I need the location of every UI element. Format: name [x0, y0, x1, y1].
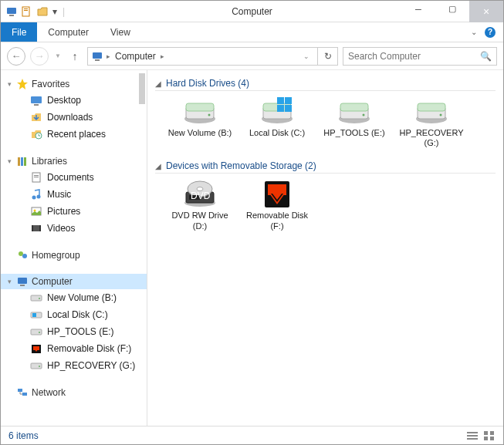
search-box[interactable]: 🔍: [343, 47, 497, 66]
drive-icon: [30, 292, 42, 304]
recent-icon: [30, 128, 42, 140]
breadcrumb-item[interactable]: Computer: [113, 51, 157, 62]
section-header-hdd[interactable]: ◢ Hard Disk Drives (4): [155, 78, 496, 91]
svg-rect-28: [31, 295, 42, 301]
tree-item-label: New Volume (B:): [47, 292, 117, 303]
tree-header-network[interactable]: Network: [1, 385, 147, 400]
svg-point-55: [363, 114, 365, 116]
collapse-icon[interactable]: ◢: [155, 79, 161, 88]
refresh-button[interactable]: ↻: [318, 47, 338, 66]
svg-rect-54: [340, 103, 368, 111]
tree-item-label: Videos: [47, 223, 75, 234]
tree-header-libraries[interactable]: ▾ Libraries: [1, 153, 147, 169]
tree-item-music[interactable]: Music: [1, 186, 147, 203]
tree-item-downloads[interactable]: Downloads: [1, 109, 147, 126]
svg-rect-50: [277, 105, 284, 112]
svg-rect-39: [18, 389, 22, 392]
icons-view-icon[interactable]: [483, 430, 496, 441]
tree-item-pictures[interactable]: Pictures: [1, 203, 147, 220]
svg-rect-4: [24, 10, 28, 11]
tab-file[interactable]: File: [1, 22, 37, 42]
section-header-removable[interactable]: ◢ Devices with Removable Storage (2): [155, 160, 496, 174]
help-icon[interactable]: ?: [485, 27, 496, 38]
address-dropdown-icon[interactable]: ⌄: [299, 52, 314, 60]
tree-group-network: Network: [1, 385, 147, 400]
tree-group-computer: ▾ Computer New Volume (B:) Local Disk (C…: [1, 274, 147, 374]
back-button[interactable]: ←: [7, 47, 25, 66]
hard-drive-icon: [413, 96, 450, 126]
drive-item-b[interactable]: New Volume (B:): [167, 96, 232, 148]
drive-item-c[interactable]: Local Disk (C:): [245, 96, 310, 148]
tree-item-drive-c[interactable]: Local Disk (C:): [1, 306, 147, 323]
computer-icon[interactable]: [5, 5, 18, 18]
svg-rect-73: [467, 438, 478, 440]
navigation-pane: ▾ Favorites Desktop Downloads Recent pla…: [1, 70, 147, 426]
details-view-icon[interactable]: [466, 430, 479, 441]
downloads-icon: [30, 111, 42, 123]
window-controls: ─ ▢ ×: [401, 1, 503, 22]
svg-rect-67: [268, 184, 286, 195]
svg-point-24: [19, 251, 23, 256]
ribbon-tabs: File Computer View ⌄ ?: [1, 22, 503, 42]
tree-item-desktop[interactable]: Desktop: [1, 92, 147, 109]
drive-item-e[interactable]: HP_TOOLS (E:): [322, 96, 387, 148]
tree-item-drive-b[interactable]: New Volume (B:): [1, 289, 147, 306]
removable-grid: DVD DVD RW Drive (D:) Removable Disk (F:…: [155, 178, 496, 231]
drive-item-d[interactable]: DVD DVD RW Drive (D:): [167, 178, 232, 231]
minimize-button[interactable]: ─: [401, 1, 435, 18]
svg-point-59: [440, 114, 442, 116]
drive-item-g[interactable]: HP_RECOVERY (G:): [399, 96, 464, 148]
properties-icon[interactable]: [21, 5, 33, 18]
breadcrumb-separator-icon[interactable]: ▸: [107, 52, 110, 60]
tree-item-videos[interactable]: Videos: [1, 220, 147, 237]
tree-item-label: HP_RECOVERY (G:): [47, 360, 135, 371]
drive-icon: [30, 325, 42, 338]
navigation-bar: ← → ▼ ↑ ▸ Computer ▸ ⌄ ↻ 🔍: [1, 42, 503, 70]
svg-rect-43: [186, 103, 214, 111]
drive-label: DVD RW Drive (D:): [167, 211, 232, 231]
tree-header-computer[interactable]: ▾ Computer: [1, 274, 147, 289]
tree-item-drive-e[interactable]: HP_TOOLS (E:): [1, 323, 147, 340]
qat-dropdown-icon[interactable]: ▾: [52, 5, 58, 18]
maximize-button[interactable]: ▢: [435, 1, 469, 18]
svg-point-33: [39, 332, 40, 333]
music-icon: [30, 188, 42, 201]
removable-drive-icon: [259, 178, 296, 209]
drive-label: Removable Disk (F:): [245, 211, 310, 231]
tree-header-homegroup[interactable]: Homegroup: [1, 248, 147, 263]
tree-item-drive-f[interactable]: Removable Disk (F:): [1, 340, 147, 357]
tree-label: Computer: [32, 276, 73, 287]
tree-label: Libraries: [32, 156, 67, 167]
tree-label: Homegroup: [32, 250, 80, 261]
qat-separator: |: [63, 6, 65, 17]
drive-windows-icon: [30, 308, 42, 321]
svg-text:DVD: DVD: [191, 190, 211, 201]
breadcrumb-separator-icon[interactable]: ▸: [161, 52, 164, 60]
tree-item-recent[interactable]: Recent places: [1, 126, 147, 143]
new-folder-icon[interactable]: [36, 5, 49, 18]
homegroup-icon: [16, 249, 29, 261]
svg-rect-75: [490, 431, 494, 435]
svg-point-17: [32, 196, 36, 200]
address-bar[interactable]: ▸ Computer ▸ ⌄: [87, 47, 318, 66]
collapse-icon[interactable]: ◢: [155, 162, 161, 170]
search-input[interactable]: [348, 51, 492, 62]
drive-item-f[interactable]: Removable Disk (F:): [245, 178, 310, 231]
collapse-icon[interactable]: ▾: [5, 157, 13, 165]
svg-rect-13: [24, 157, 26, 166]
collapse-icon[interactable]: ▾: [5, 80, 13, 88]
tree-item-label: Documents: [47, 172, 94, 183]
tree-header-favorites[interactable]: ▾ Favorites: [1, 76, 147, 92]
collapse-icon[interactable]: ▾: [5, 278, 13, 285]
tree-item-drive-g[interactable]: HP_RECOVERY (G:): [1, 357, 147, 374]
history-dropdown-icon[interactable]: ▼: [53, 52, 63, 59]
close-button[interactable]: ×: [469, 1, 503, 22]
tree-item-label: Desktop: [47, 95, 81, 106]
up-button[interactable]: ↑: [67, 49, 83, 64]
svg-rect-51: [285, 105, 292, 112]
forward-button[interactable]: →: [30, 47, 49, 66]
tree-item-documents[interactable]: Documents: [1, 169, 147, 186]
tab-view[interactable]: View: [100, 22, 141, 42]
tab-computer[interactable]: Computer: [37, 22, 100, 42]
ribbon-collapse-icon[interactable]: ⌄: [471, 28, 477, 36]
